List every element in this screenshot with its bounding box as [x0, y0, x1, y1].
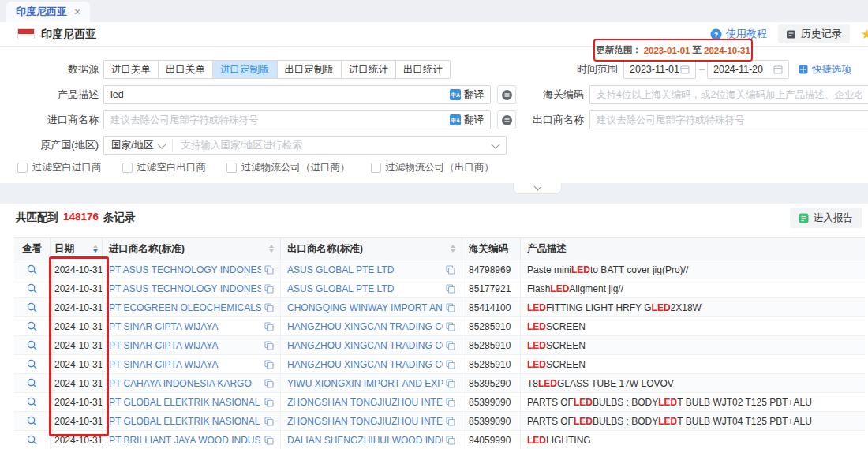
copy-icon[interactable] [446, 360, 455, 369]
tab-export-custom[interactable]: 出口定制版 [277, 60, 342, 79]
close-icon[interactable]: × [74, 6, 80, 17]
report-icon [799, 213, 809, 223]
translate-button[interactable]: 中A 翻译 [443, 114, 490, 127]
copy-icon[interactable] [264, 341, 274, 350]
importer-link[interactable]: PT GLOBAL ELEKTRIK NASIONAL [109, 416, 261, 427]
table-row[interactable]: 2024-10-31 PT CAHAYA INDONESIA KARGO YIW… [14, 374, 865, 393]
checkbox-icon [17, 163, 28, 173]
copy-icon[interactable] [446, 417, 455, 426]
grid-icon [799, 65, 808, 74]
copy-icon[interactable] [446, 436, 455, 445]
importer-link[interactable]: PT SINAR CIPTA WIJAYA [109, 321, 261, 332]
tab-import-custom[interactable]: 进口定制版 [212, 60, 278, 79]
tab-import-declaration[interactable]: 进口关单 [103, 60, 159, 79]
tab-export-stats[interactable]: 出口统计 [395, 60, 451, 79]
enter-report-button[interactable]: 进入报告 [790, 208, 862, 228]
table-row[interactable]: 2024-10-31 PT SINAR CIPTA WIJAYA HANGZHO… [14, 317, 865, 336]
copy-icon[interactable] [264, 360, 274, 369]
view-magnifier-icon[interactable] [27, 359, 37, 369]
star-icon[interactable]: ★ [861, 28, 868, 41]
row-date: 2024-10-31 [51, 412, 103, 430]
checkbox-filter-logistics-importer[interactable]: 过滤物流公司（进口商） [226, 161, 350, 174]
exporter-link[interactable]: ZHONGSHAN TONGJIUZHOU INTERNA... [287, 416, 443, 427]
copy-icon[interactable] [264, 379, 274, 388]
view-magnifier-icon[interactable] [27, 302, 37, 312]
copy-icon[interactable] [446, 341, 455, 350]
end-date-input[interactable]: 2024-11-20 [707, 60, 789, 79]
row-hs-code: 85285910 [462, 317, 521, 335]
exporter-link[interactable]: ASUS GLOBAL PTE LTD [287, 264, 443, 275]
view-magnifier-icon[interactable] [27, 340, 37, 350]
hs-code-input[interactable] [589, 85, 868, 104]
copy-icon[interactable] [264, 436, 274, 445]
origin-type-select[interactable]: 国家/地区 [104, 139, 172, 152]
copy-icon[interactable] [264, 398, 274, 407]
view-magnifier-icon[interactable] [27, 435, 37, 445]
checkbox-filter-blank-exporter[interactable]: 过滤空白出口商 [122, 161, 207, 174]
checkbox-filter-blank-importer[interactable]: 过滤空白进口商 [17, 161, 102, 174]
copy-icon[interactable] [446, 265, 455, 275]
table-row[interactable]: 2024-10-31 PT GLOBAL ELEKTRIK NASIONAL Z… [14, 412, 865, 431]
exporter-link[interactable]: ASUS GLOBAL PTE LTD [287, 283, 443, 294]
filter-checkboxes: 过滤空白进口商 过滤空白出口商 过滤物流公司（进口商） 过滤物流公司（出口商） [17, 161, 494, 174]
tab-import-stats[interactable]: 进口统计 [341, 60, 396, 79]
importer-input[interactable] [104, 112, 443, 128]
history-button[interactable]: 历史记录 [778, 24, 850, 43]
table-row[interactable]: 2024-10-31 PT ECOGREEN OLEOCHEMICALS CHO… [14, 298, 865, 317]
importer-link[interactable]: PT SINAR CIPTA WIJAYA [109, 340, 261, 351]
exporter-link[interactable]: HANGZHOU XINGCAN TRADING CO LTD [287, 321, 443, 332]
translate-button[interactable]: 中A 翻译 [443, 88, 490, 102]
view-magnifier-icon[interactable] [27, 416, 37, 426]
copy-icon[interactable] [264, 417, 274, 426]
exporter-link[interactable]: DALIAN SHENGZHIHUI WOOD INDUST... [287, 435, 443, 446]
exporter-link[interactable]: HANGZHOU XINGCAN TRADING CO LTD [287, 340, 443, 351]
column-header-importer[interactable]: 进口商名称(标准) [103, 238, 281, 260]
importer-link[interactable]: PT GLOBAL ELEKTRIK NASIONAL [109, 397, 261, 408]
view-magnifier-icon[interactable] [27, 264, 37, 275]
view-magnifier-icon[interactable] [27, 378, 37, 388]
view-magnifier-icon[interactable] [27, 283, 37, 294]
exporter-link[interactable]: YIWU XIONGXIN IMPORT AND EXPORT... [287, 378, 443, 389]
collapse-form-button[interactable] [513, 183, 562, 194]
product-desc-input[interactable] [104, 87, 443, 103]
row-description: LED SCREEN [521, 317, 865, 335]
exporter-input[interactable] [589, 110, 868, 129]
copy-icon[interactable] [264, 303, 274, 312]
table-row[interactable]: 2024-10-31 PT SINAR CIPTA WIJAYA HANGZHO… [14, 355, 865, 374]
table-row[interactable]: 2024-10-31 PT ASUS TECHNOLOGY INDONESIA … [14, 279, 865, 298]
copy-icon[interactable] [446, 379, 455, 388]
origin-search-input[interactable]: 支持输入国家/地区进行检索 [173, 139, 492, 152]
table-row[interactable]: 2024-10-31 PT GLOBAL ELEKTRIK NASIONAL Z… [14, 393, 865, 412]
table-row[interactable]: 2024-10-31 PT BRILLIANT JAYA WOOD INDUST… [14, 431, 865, 449]
importer-link[interactable]: PT ASUS TECHNOLOGY INDONESIA BA... [109, 283, 261, 294]
copy-icon[interactable] [446, 284, 455, 294]
importer-link[interactable]: PT ECOGREEN OLEOCHEMICALS [109, 302, 261, 313]
importer-link[interactable]: PT CAHAYA INDONESIA KARGO [109, 378, 261, 389]
importer-link[interactable]: PT BRILLIANT JAYA WOOD INDUSTRY [109, 435, 261, 446]
exporter-link[interactable]: HANGZHOU XINGCAN TRADING CO LTD [287, 359, 443, 370]
page-tab-indonesia[interactable]: 印度尼西亚 × [6, 2, 90, 22]
importer-link[interactable]: PT ASUS TECHNOLOGY INDONESIA BA... [109, 264, 261, 275]
results-panel: 共匹配到148176条记录 进入报告 查看 日期 进口商名称(标准) 出口商名称… [0, 204, 868, 449]
row-date: 2024-10-31 [51, 393, 103, 411]
column-header-exporter[interactable]: 出口商名称(标准) [281, 238, 462, 260]
copy-icon[interactable] [446, 303, 455, 312]
copy-icon[interactable] [264, 322, 274, 331]
copy-icon[interactable] [264, 265, 274, 275]
view-magnifier-icon[interactable] [27, 397, 37, 407]
quick-options-link[interactable]: 快捷选项 [799, 60, 851, 79]
exporter-link[interactable]: ZHONGSHAN TONGJIUZHOU INTERNA... [287, 397, 443, 408]
importer-link[interactable]: PT SINAR CIPTA WIJAYA [109, 359, 261, 370]
chevron-down-icon[interactable] [491, 140, 499, 148]
table-row[interactable]: 2024-10-31 PT ASUS TECHNOLOGY INDONESIA … [14, 260, 865, 279]
checkbox-filter-logistics-exporter[interactable]: 过滤物流公司（出口商） [371, 161, 495, 174]
start-date-input[interactable]: 2023-11-01 [623, 60, 696, 79]
exporter-link[interactable]: CHONGQING WINWAY IMPORT AND E... [287, 302, 443, 313]
copy-icon[interactable] [446, 322, 455, 331]
view-magnifier-icon[interactable] [27, 321, 37, 331]
copy-icon[interactable] [446, 398, 455, 407]
tab-export-declaration[interactable]: 出口关单 [158, 60, 213, 79]
copy-icon[interactable] [264, 284, 274, 294]
table-row[interactable]: 2024-10-31 PT SINAR CIPTA WIJAYA HANGZHO… [14, 336, 865, 355]
column-header-date[interactable]: 日期 [51, 238, 103, 260]
